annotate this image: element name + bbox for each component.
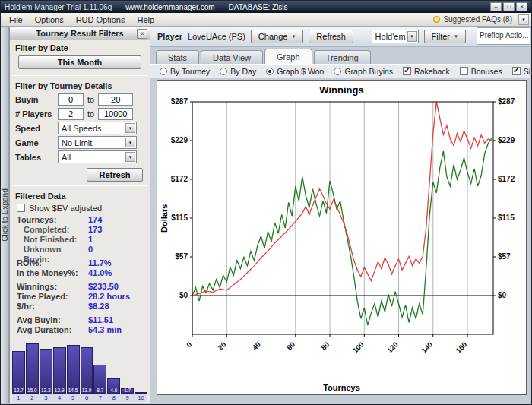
x-tick-label: 40: [251, 340, 262, 352]
buyin-to-input[interactable]: [98, 93, 133, 106]
tab-data-view[interactable]: Data View: [201, 50, 263, 64]
radio-icon: [334, 68, 341, 75]
preflop-action-panel[interactable]: Preflop Actio...: [477, 27, 530, 45]
speed-label: Speed: [15, 124, 58, 133]
tables-select[interactable]: All ▼: [58, 150, 137, 163]
bar-x-label-3: 3: [40, 394, 52, 402]
speed-row: Speed All Speeds ▼: [10, 121, 150, 135]
radio-graph-won[interactable]: Graph $ Won: [266, 67, 324, 76]
stat-row-avg-duration: Avg Duration:54.3 min: [17, 325, 143, 335]
bar-x-label-9: 9: [121, 394, 134, 402]
stat-label: Completed:: [17, 225, 88, 235]
filter-refresh-button[interactable]: Refresh: [87, 168, 143, 182]
stat-row-time-played: Time Played:28.2 hours: [17, 292, 143, 302]
histogram-bar-7: 8.7: [93, 365, 106, 394]
stat-label: $/hr:: [17, 302, 88, 312]
bar-value-label: 14.5: [66, 388, 81, 393]
filter-button[interactable]: Filter ▼: [424, 30, 466, 43]
close-icon[interactable]: ×: [516, 2, 527, 11]
checkbox-show-luck-a[interactable]: Show Luck A: [512, 67, 530, 76]
bar-value-label: 1.7: [120, 388, 135, 393]
radio-label: Graph $ Won: [277, 67, 324, 76]
stat-value: 1: [88, 235, 93, 245]
checkbox-label: Bonuses: [471, 67, 502, 76]
x-tick-label: 100: [351, 340, 366, 355]
stat-row-roi: ROI%:11.7%: [17, 258, 143, 268]
game-type-select[interactable]: Hold'em ▼: [372, 30, 419, 43]
collapse-panel-icon[interactable]: «: [137, 29, 147, 39]
players-from-input[interactable]: [58, 108, 84, 120]
buyin-from-input[interactable]: [58, 93, 84, 106]
divider: [13, 185, 147, 186]
x-tick-label: 60: [285, 340, 296, 352]
x-tick-label: 0: [185, 340, 194, 350]
player-refresh-button[interactable]: Refresh: [309, 30, 353, 43]
menu-items: FileOptionsHUD OptionsHelp: [3, 14, 160, 25]
stat-group: ROI%:11.7%In the Money%:41.0%: [17, 258, 143, 278]
y-tick-label: $0: [179, 291, 188, 299]
tab-stats[interactable]: Stats: [156, 50, 199, 64]
checkbox-icon: [460, 67, 468, 75]
faq-label: Suggested FAQs (8): [443, 15, 512, 24]
to-label: to: [84, 95, 98, 104]
game-row: Game No Limit ▼: [10, 135, 150, 150]
suggested-faqs[interactable]: Suggested FAQs (8) ▼: [433, 14, 529, 25]
radio-by-tourney[interactable]: By Tourney: [160, 67, 210, 76]
menu-file[interactable]: File: [3, 14, 29, 25]
players-to-input[interactable]: [98, 108, 133, 120]
to-label: to: [84, 109, 98, 119]
stat-row-completed: Completed:173: [17, 225, 143, 235]
faq-dropdown-icon[interactable]: ▼: [518, 14, 529, 25]
radio-icon: [266, 68, 274, 75]
bar-x-label-1: 1: [12, 394, 25, 402]
ev-checkbox[interactable]: [17, 204, 25, 212]
stat-group: Tourneys:174Completed:173Not Finished:1U…: [17, 215, 143, 255]
menu-hud-options[interactable]: HUD Options: [70, 14, 131, 25]
maximize-icon[interactable]: □: [503, 2, 515, 11]
histogram-bar-1: 12.7: [12, 351, 25, 394]
filtered-data-stats: Tourneys:174Completed:173Not Finished:1U…: [10, 214, 150, 339]
stat-value: 28.2 hours: [88, 292, 130, 302]
stat-value: $233.50: [88, 282, 119, 292]
stat-value: 0: [88, 245, 93, 255]
stat-row-avg-buyin: Avg Buyin:$11.51: [17, 315, 143, 325]
tourney-result-filters-panel: Tourney Result Filters « Filter by Date …: [9, 27, 150, 403]
radio-label: Graph Buyins: [344, 67, 393, 76]
checkbox-label: Show Luck A: [524, 67, 530, 76]
ev-adjusted-row[interactable]: Show $EV adjusted: [10, 202, 150, 214]
winnings-chart: Winnings Dollars $0$0$57$57$115$115$172$…: [157, 80, 527, 395]
menu-help[interactable]: Help: [131, 14, 160, 25]
series-red: [192, 102, 492, 296]
change-button-label: Change: [258, 30, 288, 43]
radio-by-day[interactable]: By Day: [220, 67, 256, 76]
player-name: LoveUAce (PS): [188, 32, 245, 41]
bar-x-label-4: 4: [53, 394, 66, 402]
game-select[interactable]: No Limit ▼: [58, 136, 137, 149]
chevron-down-icon[interactable]: ▼: [125, 138, 135, 147]
chevron-down-icon[interactable]: ▼: [407, 31, 417, 42]
radio-icon: [160, 68, 167, 75]
chevron-down-icon[interactable]: ▼: [125, 123, 135, 133]
y-tick-label: $0: [498, 291, 507, 299]
checkbox-icon: [403, 67, 411, 75]
this-month-button[interactable]: This Month: [18, 55, 141, 69]
x-tick-label: 20: [216, 340, 227, 352]
bar-x-label-5: 5: [67, 394, 80, 402]
stat-group: Winnings:$233.50Time Played:28.2 hours$/…: [17, 282, 143, 312]
minimize-icon[interactable]: –: [490, 2, 502, 11]
main-area: Player LoveUAce (PS) Change ▼ Refresh Ho…: [150, 27, 530, 403]
y-tick-label: $172: [171, 175, 188, 183]
menu-options[interactable]: Options: [29, 14, 70, 25]
chevron-down-icon[interactable]: ▼: [125, 152, 135, 162]
change-player-button[interactable]: Change ▼: [251, 30, 304, 43]
checkbox-bonuses[interactable]: Bonuses: [460, 67, 502, 76]
stat-value: 54.3 min: [88, 325, 122, 335]
chevron-down-icon: ▼: [454, 30, 458, 43]
radio-graph-buyins[interactable]: Graph Buyins: [334, 67, 393, 76]
tab-graph[interactable]: Graph: [264, 49, 312, 64]
collapsed-panel-strip[interactable]: Click to Expand: [1, 27, 9, 403]
x-tick-label: 140: [420, 340, 434, 355]
speed-select[interactable]: All Speeds ▼: [58, 122, 137, 134]
tab-trending[interactable]: Trending: [314, 50, 371, 64]
checkbox-rakeback[interactable]: Rakeback: [403, 67, 450, 76]
